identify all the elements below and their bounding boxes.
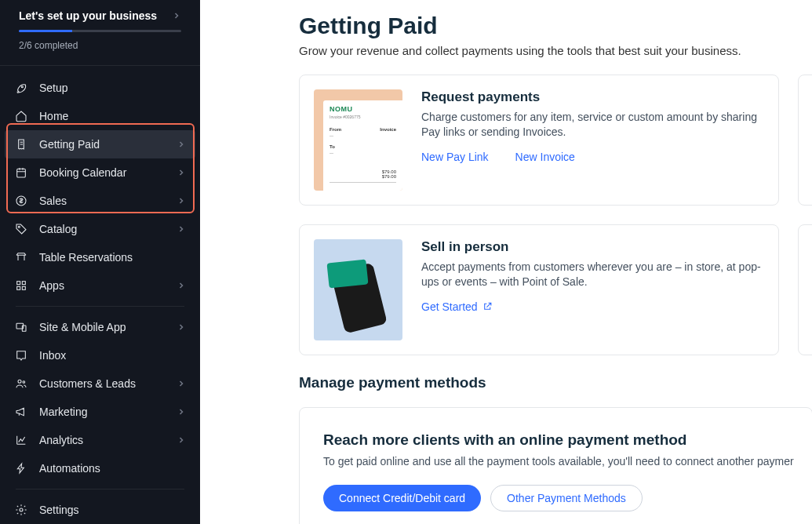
sidebar-item-label: Catalog: [39, 223, 177, 235]
nav-divider: [16, 306, 184, 307]
invoice-mock: NOMU Invoice #0026775 FromInvoice — To —…: [323, 100, 402, 191]
svg-point-0: [21, 86, 23, 88]
progress-text: 2/6 completed: [19, 40, 181, 51]
progress-fill: [19, 30, 72, 32]
sidebar-item-label: Home: [39, 110, 186, 122]
sidebar-item-analytics[interactable]: Analytics: [5, 426, 195, 454]
dollar-icon: [14, 194, 28, 208]
chevron-right-icon: [177, 196, 186, 206]
sidebar-item-label: Marketing: [39, 406, 177, 418]
invoice-brand: NOMU: [330, 105, 396, 113]
chevron-right-icon: [177, 322, 186, 332]
chevron-right-icon: [177, 140, 186, 149]
nav-divider: [16, 489, 184, 489]
grid-icon: [14, 278, 28, 293]
other-payment-methods-button[interactable]: Other Payment Methods: [490, 485, 643, 511]
setup-banner[interactable]: Let's set up your business 2/6 completed: [0, 0, 200, 66]
card-desc: Accept payments from customers wherever …: [421, 260, 764, 289]
connect-card-button[interactable]: Connect Credit/Debit card: [323, 485, 481, 511]
chevron-right-icon: [177, 407, 186, 417]
sidebar-item-setup[interactable]: Setup: [5, 74, 195, 102]
sidebar-item-booking-calendar[interactable]: Booking Calendar: [5, 158, 195, 187]
card-sell-in-person: Sell in person Accept payments from cust…: [299, 224, 779, 355]
sidebar-item-customers-leads[interactable]: Customers & Leads: [5, 369, 195, 398]
inbox-icon: [14, 348, 28, 362]
sidebar-item-apps[interactable]: Apps: [5, 271, 195, 300]
sidebar-item-settings[interactable]: Settings: [5, 496, 195, 524]
chevron-right-icon: [177, 435, 186, 445]
new-invoice-link[interactable]: New Invoice: [515, 151, 575, 163]
sidebar-item-marketing[interactable]: Marketing: [5, 398, 195, 426]
sidebar-item-label: Setup: [39, 82, 186, 94]
panel-desc: To get paid online and use all the payme…: [323, 455, 788, 468]
sidebar-item-label: Settings: [39, 504, 186, 516]
tag-icon: [14, 222, 28, 236]
sidebar-item-label: Apps: [39, 279, 177, 292]
sidebar-item-label: Booking Calendar: [39, 166, 177, 179]
sidebar-item-home[interactable]: Home: [5, 102, 195, 130]
pos-card-icon: [326, 259, 368, 288]
card-desc: Charge customers for any item, service o…: [421, 110, 764, 140]
nav: Setup Home Getting Paid Booking Calendar…: [0, 66, 200, 524]
svg-point-3: [18, 226, 20, 227]
new-pay-link[interactable]: New Pay Link: [421, 151, 489, 163]
card-title: Request payments: [421, 89, 764, 105]
sidebar-item-site-mobile-app[interactable]: Site & Mobile App: [5, 313, 195, 341]
svg-rect-6: [17, 286, 20, 289]
card-thumb-pos: [314, 239, 402, 340]
page-title: Getting Paid: [299, 13, 812, 39]
card-title: Sell in person: [421, 239, 764, 255]
progress-bar: [19, 30, 181, 32]
sidebar-item-label: Getting Paid: [39, 138, 177, 151]
invoice-number: Invoice #0026775: [330, 115, 396, 119]
bolt-icon: [14, 461, 28, 475]
svg-rect-7: [22, 286, 25, 289]
external-link-icon: [482, 301, 493, 311]
sidebar-item-label: Sales: [39, 195, 177, 207]
setup-title: Let's set up your business: [19, 9, 157, 22]
sidebar-item-table-reservations[interactable]: Table Reservations: [5, 243, 195, 271]
chart-icon: [14, 433, 28, 447]
card-row-1: NOMU Invoice #0026775 FromInvoice — To —…: [299, 75, 812, 206]
chevron-right-icon: [177, 224, 186, 234]
receipt-icon: [14, 137, 28, 151]
sidebar-item-label: Table Reservations: [39, 251, 186, 264]
chevron-right-icon: [177, 281, 186, 290]
sidebar-item-getting-paid[interactable]: Getting Paid: [5, 130, 195, 158]
users-icon: [14, 377, 28, 391]
sidebar: Let's set up your business 2/6 completed…: [0, 0, 200, 524]
sidebar-item-label: Automations: [39, 462, 186, 475]
get-started-link[interactable]: Get Started: [421, 300, 493, 313]
card-request-payments: NOMU Invoice #0026775 FromInvoice — To —…: [299, 75, 779, 206]
card-peek: [798, 224, 812, 355]
sidebar-item-catalog[interactable]: Catalog: [5, 215, 195, 243]
svg-rect-5: [22, 282, 25, 285]
sidebar-item-label: Inbox: [39, 349, 186, 362]
card-row-2: Sell in person Accept payments from cust…: [299, 224, 812, 355]
home-icon: [14, 109, 28, 123]
sidebar-item-label: Customers & Leads: [39, 377, 177, 390]
card-body: Sell in person Accept payments from cust…: [421, 239, 764, 340]
sidebar-item-automations[interactable]: Automations: [5, 454, 195, 482]
svg-rect-4: [17, 282, 20, 285]
rocket-icon: [14, 81, 28, 95]
calendar-icon: [14, 166, 28, 180]
sidebar-item-label: Analytics: [39, 434, 177, 446]
card-body: Request payments Charge customers for an…: [421, 89, 764, 191]
sidebar-item-label: Site & Mobile App: [39, 321, 177, 333]
svg-point-12: [20, 508, 23, 511]
chevron-right-icon: [172, 11, 181, 20]
table-icon: [14, 250, 28, 264]
chevron-right-icon: [177, 379, 186, 388]
sidebar-item-sales[interactable]: Sales: [5, 187, 195, 215]
page-subtitle: Grow your revenue and collect payments u…: [299, 44, 812, 57]
gear-icon: [14, 503, 28, 517]
payment-methods-panel: Reach more clients with an online paymen…: [299, 407, 812, 524]
main-content: Getting Paid Grow your revenue and colle…: [200, 0, 812, 524]
sidebar-item-inbox[interactable]: Inbox: [5, 341, 195, 369]
devices-icon: [14, 320, 28, 334]
chevron-right-icon: [177, 168, 186, 177]
section-title-manage: Manage payment methods: [299, 374, 812, 391]
svg-rect-1: [17, 169, 26, 177]
panel-title: Reach more clients with an online paymen…: [323, 431, 788, 449]
